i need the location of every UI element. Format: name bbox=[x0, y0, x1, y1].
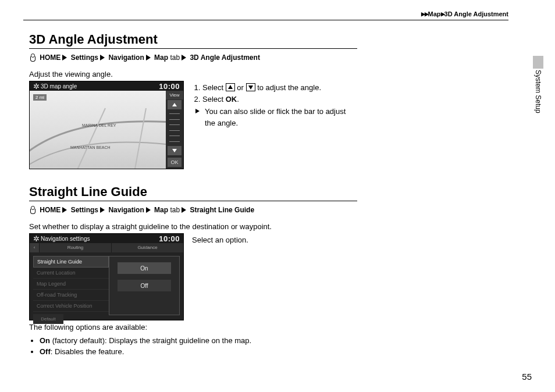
intro-3d: Adjust the viewing angle. bbox=[29, 70, 357, 79]
hand-icon bbox=[29, 206, 36, 214]
screenshot-clock: 10:00 bbox=[159, 82, 180, 91]
tab-guidance[interactable]: Guidance bbox=[111, 243, 183, 252]
top-rule bbox=[23, 20, 508, 20]
path-navigation: Navigation bbox=[108, 54, 144, 62]
section-thumb-tab bbox=[533, 56, 543, 69]
path-3d-angle: 3D Angle Adjustment bbox=[190, 54, 259, 62]
path-map: Map bbox=[154, 54, 168, 62]
screenshot-navigation-settings: Navigation settings 10:00 ‹ Routing Guid… bbox=[29, 233, 184, 320]
path-sep-icon bbox=[100, 55, 105, 60]
nav-path-slg: HOME Settings Navigation Map tab Straigh… bbox=[29, 206, 357, 214]
path-tab-suffix: tab bbox=[168, 54, 180, 62]
screenshot-3d-map-angle: 3D map angle 10:00 2 mi MARINA DEL REY M… bbox=[29, 81, 184, 169]
step-2: Select OK. bbox=[202, 94, 357, 105]
step-1: Select or to adjust the angle. bbox=[202, 82, 357, 94]
path-settings: Settings bbox=[71, 54, 98, 62]
following-options-text: The following options are available: bbox=[29, 323, 357, 332]
path-sep-icon bbox=[100, 207, 105, 213]
triangle-up-icon bbox=[172, 103, 177, 106]
path-home: HOME bbox=[40, 54, 61, 62]
map-label-marina: MARINA DEL REY bbox=[82, 123, 116, 127]
path-sep-icon bbox=[146, 55, 151, 60]
ok-button[interactable]: OK bbox=[168, 158, 182, 167]
view-label: View bbox=[166, 91, 183, 99]
settings-list: Straight Line Guide Current Location Map… bbox=[33, 256, 109, 324]
breadcrumb-part1: Map bbox=[428, 10, 441, 17]
nav-path-3d: HOME Settings Navigation Map tab 3D Angl… bbox=[29, 54, 357, 62]
triangle-down-icon bbox=[246, 83, 255, 91]
tab-routing[interactable]: Routing bbox=[39, 243, 111, 252]
option-on[interactable]: On bbox=[118, 262, 171, 274]
steps-3d: Select or to adjust the angle. Select OK… bbox=[192, 82, 357, 129]
path-settings: Settings bbox=[71, 206, 98, 214]
path-sep-icon bbox=[182, 207, 186, 213]
list-item-map-legend[interactable]: Map Legend bbox=[33, 279, 109, 290]
list-item-correct-vehicle-position[interactable]: Correct Vehicle Position bbox=[33, 301, 109, 312]
gear-icon bbox=[33, 83, 41, 90]
list-item-offroad-tracking[interactable]: Off-road Tracking bbox=[33, 290, 109, 301]
path-sep-icon bbox=[62, 55, 67, 60]
back-button[interactable]: ‹ bbox=[30, 243, 39, 252]
screenshot-title: Navigation settings bbox=[33, 234, 90, 243]
triangle-down-icon bbox=[172, 149, 177, 152]
default-button[interactable]: Default bbox=[33, 314, 63, 324]
option-popup: On Off bbox=[109, 256, 180, 315]
screenshot-clock: 10:00 bbox=[159, 234, 180, 243]
angle-up-button[interactable] bbox=[168, 100, 182, 109]
path-sep-icon bbox=[62, 207, 67, 213]
path-map: Map bbox=[154, 206, 168, 214]
option-off[interactable]: Off bbox=[118, 280, 171, 291]
gear-icon bbox=[33, 236, 41, 242]
option-off-description: Off: Disables the feature. bbox=[40, 347, 357, 356]
list-item-current-location[interactable]: Current Location bbox=[33, 268, 109, 279]
heading-3d-angle-adjustment: 3D Angle Adjustment bbox=[29, 32, 357, 49]
path-tab-suffix: tab bbox=[168, 206, 180, 214]
option-on-description: On (factory default): Displays the strai… bbox=[40, 336, 357, 345]
breadcrumb: ▶▶Map▶3D Angle Adjustment bbox=[23, 0, 532, 20]
triangle-up-icon bbox=[226, 83, 235, 91]
breadcrumb-arrows: ▶▶ bbox=[421, 11, 428, 17]
nav-tabs: ‹ Routing Guidance bbox=[30, 243, 183, 252]
intro-slg: Set whether to display a straight guidel… bbox=[29, 222, 357, 231]
options-list: On (factory default): Displays the strai… bbox=[29, 336, 357, 356]
path-home: HOME bbox=[40, 206, 61, 214]
step-note: You can also slide or flick the bar to a… bbox=[205, 106, 357, 129]
angle-down-button[interactable] bbox=[168, 146, 182, 155]
path-navigation: Navigation bbox=[108, 206, 144, 214]
section-side-label: System Setup bbox=[534, 70, 542, 113]
path-sep-icon bbox=[146, 207, 151, 213]
page-number: 55 bbox=[522, 372, 532, 382]
map-canvas: 2 mi MARINA DEL REY MANHATTAN BEACH bbox=[30, 91, 166, 169]
path-slg: Straight Line Guide bbox=[190, 206, 254, 214]
map-label-manhattan: MANHATTAN BEACH bbox=[70, 145, 111, 149]
angle-slider[interactable] bbox=[169, 111, 180, 144]
breadcrumb-part2: 3D Angle Adjustment bbox=[444, 10, 508, 17]
hand-icon bbox=[29, 54, 36, 62]
path-sep-icon bbox=[182, 55, 186, 60]
heading-straight-line-guide: Straight Line Guide bbox=[29, 184, 357, 201]
list-item-straight-line-guide[interactable]: Straight Line Guide bbox=[33, 256, 109, 268]
angle-sidebar: View OK bbox=[166, 91, 183, 169]
select-option-text: Select an option. bbox=[192, 234, 248, 246]
screenshot-title: 3D map angle bbox=[33, 82, 77, 91]
